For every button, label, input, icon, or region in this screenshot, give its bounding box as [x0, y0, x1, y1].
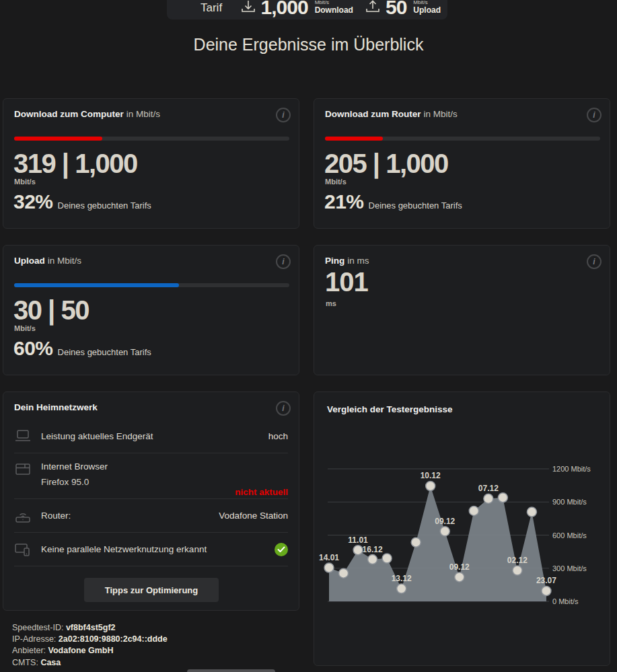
- card-home-network: Dein Heimnetzwerk i Leistung aktuelles E…: [3, 391, 299, 611]
- speed-unit: Mbit/s: [325, 178, 347, 186]
- percent-value: 60%: [13, 337, 53, 360]
- svg-text:09.12: 09.12: [435, 517, 455, 526]
- speed-unit: Mbit/s: [14, 324, 36, 332]
- row-label: Leistung aktuelles Endgerät: [41, 431, 153, 441]
- home-network-row-parallel-usage: Keine parallele Netzwerknutzung erkannt: [14, 533, 288, 566]
- progress-fill: [14, 137, 102, 141]
- percent-value: 32%: [13, 190, 53, 213]
- upload-icon: [365, 0, 380, 17]
- speed-value: 205 | 1,000: [324, 150, 448, 177]
- svg-text:900 Mbit/s: 900 Mbit/s: [552, 498, 587, 506]
- ping-unit: ms: [326, 299, 336, 307]
- meta-line: Anbieter: Vodafone GmbH: [12, 645, 168, 657]
- card-heading-bold: Upload: [14, 256, 45, 266]
- row-alert-value: nicht aktuell: [235, 487, 288, 497]
- tariff-download-unit-block: Mbit/s Download: [315, 0, 353, 17]
- row-value: hoch: [268, 431, 288, 441]
- card-heading-bold: Download zum Computer: [14, 109, 124, 119]
- meta-label: IP-Adresse:: [12, 634, 56, 644]
- card-heading: Download zum Computerin Mbit/s: [14, 109, 160, 119]
- card-heading: Dein Heimnetzwerk: [14, 402, 98, 412]
- home-network-row-device: Leistung aktuelles Endgerät hoch: [14, 419, 288, 453]
- tariff-upload-value: 50: [386, 0, 406, 17]
- tips-button[interactable]: Tipps zur Optimierung: [84, 578, 219, 602]
- meta-value: 2a02:8109:9880:2c94::ddde: [59, 634, 168, 644]
- card-heading-bold: Ping: [325, 256, 344, 266]
- row-label: Router:: [41, 511, 71, 521]
- speed-value: 30 | 50: [13, 297, 89, 324]
- card-heading-bold: Download zum Router: [325, 109, 421, 119]
- percent-row: 21% Deines gebuchten Tarifs: [324, 190, 462, 213]
- meta-value: vf8bf4st5gf2: [66, 623, 116, 632]
- home-network-row-router: Router: Vodafone Station: [14, 499, 288, 532]
- svg-text:1200 Mbit/s: 1200 Mbit/s: [552, 465, 591, 473]
- check-icon: [275, 543, 288, 556]
- progress-fill: [325, 137, 383, 141]
- speed-unit: Mbit/s: [14, 178, 36, 186]
- card-heading: Download zum Routerin Mbit/s: [325, 109, 458, 119]
- card-heading: Pingin ms: [325, 256, 369, 266]
- card-heading-unit: in Mbit/s: [424, 109, 458, 119]
- row-divider: [14, 566, 288, 566]
- percent-row: 60% Deines gebuchten Tarifs: [13, 337, 151, 360]
- tariff-upload-direction: Upload: [413, 6, 441, 15]
- row-sublabel: Firefox 95.0: [41, 477, 108, 487]
- svg-text:14.01: 14.01: [319, 553, 339, 562]
- svg-text:0 Mbit/s: 0 Mbit/s: [552, 597, 579, 605]
- home-network-row-browser: Internet Browser Firefox 95.0 nicht aktu…: [14, 453, 288, 498]
- progress-track: [14, 137, 289, 141]
- tariff-upload-unit-block: Mbit/s Upload: [413, 0, 441, 17]
- card-results-chart: Vergleich der Testergebnisse 1200 Mbit/s…: [314, 391, 610, 666]
- speed-value: 319 | 1,000: [13, 150, 137, 177]
- meta-label: Anbieter:: [12, 646, 46, 655]
- meta-line: CMTS: Casa: [12, 657, 168, 669]
- info-icon[interactable]: i: [276, 108, 291, 122]
- page-title: Deine Ergebnisse im Überblick: [0, 35, 617, 54]
- progress-track: [325, 137, 600, 141]
- meta-label: CMTS:: [12, 658, 38, 667]
- svg-text:02.12: 02.12: [507, 556, 528, 565]
- devices-icon: [14, 542, 34, 558]
- info-icon[interactable]: i: [276, 401, 291, 416]
- percent-value: 21%: [324, 190, 364, 213]
- router-icon: [14, 508, 34, 524]
- tariff-summary-bar: Dein Tarif 1,000 Mbit/s Download 50 Mbit…: [167, 0, 447, 20]
- card-heading-unit: in Mbit/s: [126, 109, 160, 119]
- speedtest-results-page: { "tariff_bar": { "label": "Dein Tarif",…: [0, 0, 617, 672]
- card-heading-unit: in ms: [347, 256, 369, 266]
- percent-label: Deines gebuchten Tarifs: [369, 200, 462, 211]
- percent-label: Deines gebuchten Tarifs: [58, 347, 151, 357]
- svg-text:09.12: 09.12: [449, 562, 470, 572]
- tariff-label: Dein Tarif: [201, 0, 231, 17]
- svg-text:13.12: 13.12: [392, 574, 412, 583]
- svg-text:11.01: 11.01: [348, 535, 368, 545]
- svg-text:07.12: 07.12: [478, 484, 499, 493]
- row-label: Internet Browser: [41, 461, 108, 472]
- card-heading: Uploadin Mbit/s: [14, 256, 81, 266]
- ping-value: 101: [325, 268, 368, 295]
- card-download-router: Download zum Routerin Mbit/s i 205 | 1,0…: [314, 98, 610, 229]
- card-download-computer: Download zum Computerin Mbit/s i 319 | 1…: [3, 98, 299, 229]
- tariff-download-direction: Download: [315, 6, 353, 15]
- info-icon[interactable]: i: [587, 254, 602, 269]
- card-heading-unit: in Mbit/s: [48, 256, 81, 266]
- browser-icon: [14, 461, 34, 478]
- card-heading-bold: Dein Heimnetzwerk: [14, 402, 98, 412]
- meta-line: IP-Adresse: 2a02:8109:9880:2c94::ddde: [12, 634, 168, 645]
- card-upload: Uploadin Mbit/s i 30 | 50 Mbit/s 60% Dei…: [3, 245, 299, 375]
- row-value: Vodafone Station: [219, 511, 288, 521]
- info-icon[interactable]: i: [587, 108, 602, 122]
- meta-value: Vodafone GmbH: [48, 646, 114, 655]
- tariff-download-value: 1,000: [261, 0, 308, 17]
- meta-label: Speedtest-ID:: [12, 623, 63, 632]
- laptop-icon: [14, 428, 34, 444]
- svg-text:16.12: 16.12: [363, 545, 383, 554]
- svg-text:23.07: 23.07: [536, 576, 556, 585]
- svg-text:300 Mbit/s: 300 Mbit/s: [552, 564, 587, 572]
- meta-value: Casa: [40, 658, 61, 667]
- cutoff-bottom-button[interactable]: [187, 669, 275, 672]
- card-ping: Pingin ms i 101 ms: [314, 245, 610, 375]
- percent-label: Deines gebuchten Tarifs: [58, 200, 151, 211]
- info-icon[interactable]: i: [276, 254, 291, 269]
- svg-text:600 Mbit/s: 600 Mbit/s: [552, 531, 587, 539]
